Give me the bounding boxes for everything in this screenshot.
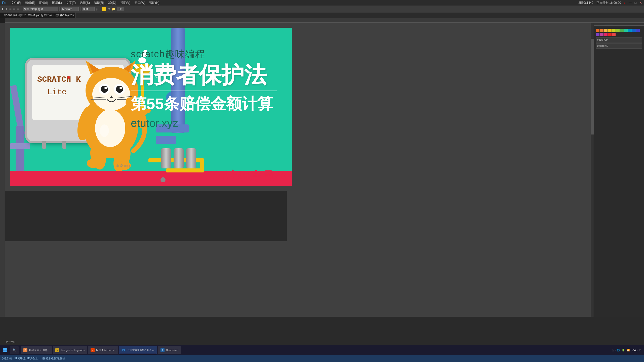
menu-file[interactable]: 文件(F) xyxy=(11,1,21,5)
artwork-website: etutor.xyz xyxy=(131,117,277,129)
menu-filter[interactable]: 滤镜(R) xyxy=(94,1,104,5)
menu-select[interactable]: 选择(S) xyxy=(80,1,90,5)
bandicam-label: Bandicam xyxy=(166,349,178,352)
maximize-btn[interactable]: □ xyxy=(635,1,636,5)
color-hex-2: #3C4C55 xyxy=(597,45,608,48)
tab-active[interactable]: 《消费者权益保护法》第35条.psd @ 203% (《消费者权益保护法》第35… xyxy=(0,13,75,18)
taskbar-app-niuyoudao[interactable]: 有 网易有道卡·创意... xyxy=(21,346,52,354)
dot-gray xyxy=(160,177,166,182)
menu-layer[interactable]: 图层(L) xyxy=(52,1,62,5)
app-icon[interactable]: Ps xyxy=(2,1,6,5)
svg-point-12 xyxy=(119,87,122,89)
close-btn[interactable]: ✕ xyxy=(639,1,642,5)
color-info-2: #3C4C55 xyxy=(596,43,642,49)
lol-icon: L xyxy=(55,348,59,352)
color-swatch-item[interactable] xyxy=(612,29,616,32)
menu-view[interactable]: 视图(V) xyxy=(120,1,130,5)
color-swatch-item[interactable] xyxy=(600,29,603,32)
right-panel: 属性 色板 ⓘ #415FC0 #3C4C55 xyxy=(594,18,644,317)
tv-leg-l xyxy=(42,141,46,149)
color-swatch-item[interactable] xyxy=(608,33,612,36)
svg-point-6 xyxy=(92,78,130,111)
cylinder2 xyxy=(174,148,184,168)
tool-align-right[interactable]: ≡ xyxy=(17,7,19,11)
toolbar-separator-1 xyxy=(21,7,21,11)
svg-point-18 xyxy=(95,109,125,147)
color-swatch-item[interactable] xyxy=(616,29,620,32)
svg-point-23 xyxy=(87,159,99,168)
font-family-input[interactable] xyxy=(23,7,58,11)
font-size-input[interactable] xyxy=(82,7,95,11)
taskbar-start-btn[interactable] xyxy=(1,346,9,354)
windows-icon xyxy=(3,348,7,352)
cylinder1 xyxy=(161,148,171,168)
artwork-rule-line xyxy=(131,90,277,91)
status-memory: EI 93:992.9K/1.29M xyxy=(43,357,65,360)
font-size-unit: pt xyxy=(96,8,98,11)
svg-point-11 xyxy=(104,87,107,89)
taskbar-app-lol[interactable]: L League of Legends xyxy=(53,346,87,354)
menu-help[interactable]: 帮助(H) xyxy=(149,1,159,5)
color-swatch-item[interactable] xyxy=(612,33,616,36)
taskbar-search-btn[interactable]: 🔍 xyxy=(10,346,19,354)
tool-text-icon[interactable]: T xyxy=(2,7,4,11)
taskbar-notification[interactable]: □ xyxy=(639,349,641,351)
color-swatch-item[interactable] xyxy=(620,29,624,32)
ps-icon: Ps xyxy=(122,348,126,352)
vertical-scrollbar[interactable] xyxy=(591,23,594,342)
taskbar-icons: △ ♪ 🌐 xyxy=(612,349,620,351)
toolbar-separator-2 xyxy=(59,7,60,11)
pipe-blue-h2 xyxy=(156,136,176,144)
v-scroll-thumb[interactable] xyxy=(591,39,594,134)
taskbar-app-photoshop[interactable]: Ps 《消费者权益保护法》... xyxy=(119,346,157,354)
lol-label: League of Legends xyxy=(61,349,85,352)
color-swatch-item[interactable] xyxy=(596,29,599,32)
tab-bar: 《消费者权益保护法》第35条.psd @ 203% (《消费者权益保护法》第35… xyxy=(0,13,644,18)
color-swatch-item[interactable] xyxy=(608,29,612,32)
right-panel-body: #415FC0 #3C4C55 xyxy=(594,26,644,52)
ruler-horizontal xyxy=(5,18,644,23)
color-swatch-item[interactable] xyxy=(604,33,608,36)
taskbar-app-bandicam[interactable]: B Bandicam xyxy=(158,346,181,354)
menu-3d[interactable]: 3D(D) xyxy=(108,1,116,5)
zoom-level: 202.75% xyxy=(6,341,15,344)
color-swatch-item[interactable] xyxy=(596,33,599,36)
menu-type[interactable]: 文字(T) xyxy=(66,1,76,5)
taskbar-app-msi[interactable]: M MSI Afterburner xyxy=(88,346,118,354)
clock-time: 2:43 xyxy=(632,348,637,352)
color-swatches-grid xyxy=(596,29,642,36)
color-swatch-item[interactable] xyxy=(600,33,603,36)
yellow-pipe-h2 xyxy=(166,168,204,172)
tool-move-icon[interactable]: ✛ xyxy=(5,7,8,11)
bandicam-icon: B xyxy=(160,348,165,352)
svg-rect-27 xyxy=(3,348,5,350)
svg-point-9 xyxy=(101,86,108,93)
resolution-display: 644x362 xyxy=(578,1,593,5)
canvas-dark-area xyxy=(5,191,287,241)
artwork: SCRATCH K Lite xyxy=(10,28,292,186)
toolbar-icon-1[interactable]: ⊕ xyxy=(108,7,110,11)
status-docinfo: EI 网络/盒 EI/职·创意... xyxy=(14,357,40,360)
taskbar-clock[interactable]: 2:43 xyxy=(632,348,637,352)
color-picker[interactable] xyxy=(102,7,106,11)
font-weight-input[interactable] xyxy=(61,7,79,11)
3d-button[interactable]: 3D xyxy=(117,7,124,11)
menu-edit[interactable]: 编辑(E) xyxy=(25,1,35,5)
taskbar-network: 📶 xyxy=(627,349,630,351)
search-icon: 🔍 xyxy=(13,348,16,352)
color-swatch-item[interactable] xyxy=(624,29,628,32)
color-hex-1: #415FC0 xyxy=(597,38,608,41)
tool-align-center[interactable]: ≡ xyxy=(13,7,15,11)
toolbar-icon-2[interactable]: 📁 xyxy=(112,7,115,11)
menu-image[interactable]: 图像(I) xyxy=(39,1,48,5)
tool-align-left[interactable]: ≡ xyxy=(9,7,12,11)
color-swatch-item[interactable] xyxy=(636,29,640,32)
menu-window[interactable]: 窗口(W) xyxy=(134,1,145,5)
svg-rect-30 xyxy=(5,350,7,352)
color-swatch-item[interactable] xyxy=(628,29,632,32)
minimize-btn[interactable]: — xyxy=(629,1,632,5)
taskbar-sep-1 xyxy=(20,347,20,353)
record-icon: ● xyxy=(624,2,626,4)
color-swatch-item[interactable] xyxy=(604,29,608,32)
color-swatch-item[interactable] xyxy=(632,29,636,32)
